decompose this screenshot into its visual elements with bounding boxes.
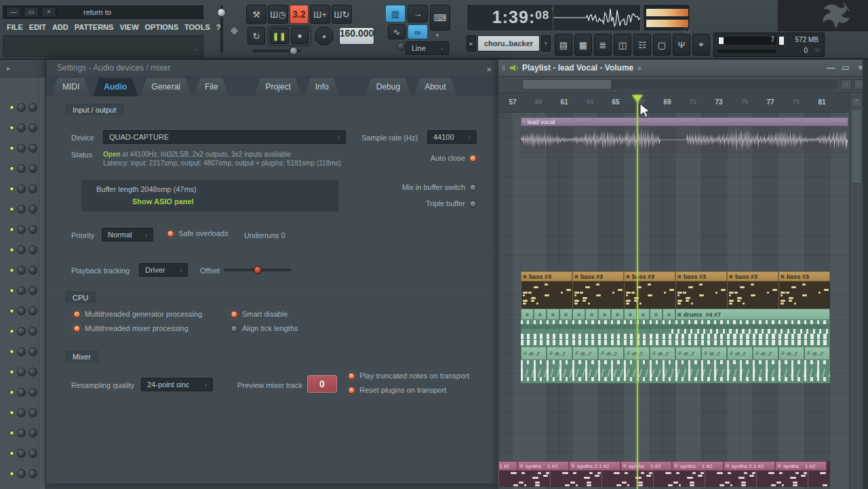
pattern-selector[interactable]: choru..backer	[477, 35, 540, 52]
offset-slider-knob[interactable]	[254, 266, 262, 274]
tab-debug[interactable]: Debug	[366, 78, 411, 96]
show-asio-link[interactable]: Show ASIO panel	[132, 197, 194, 206]
channel-row[interactable]	[0, 239, 41, 260]
mixer-option-1[interactable]: Reset plugins on transport	[348, 386, 446, 394]
wait-for-input-button[interactable]: Ш◷	[268, 5, 288, 24]
pattern-clip-drum[interactable]: ≣	[534, 309, 547, 320]
channel-row[interactable]	[0, 199, 41, 219]
scroll-up-button[interactable]: ⌃	[851, 97, 862, 107]
cpu-option-0[interactable]: Multithreaded generator processing	[73, 310, 202, 318]
resampling-dropdown[interactable]: 24-point sinc ›	[141, 378, 213, 391]
pattern-clip-drum[interactable]: ≣	[650, 309, 663, 320]
tab-audio[interactable]: Audio	[93, 78, 138, 96]
pattern-clip-dr2[interactable]: ≣dr..2	[778, 347, 804, 360]
channel-row[interactable]	[0, 341, 41, 361]
pattern-clip-bass[interactable]: ≣bass #3	[778, 271, 830, 281]
touch-controller-button[interactable]: ⌖	[692, 34, 710, 56]
auto-close-led[interactable]	[469, 155, 477, 162]
playlist-hscroll-thumb[interactable]	[523, 80, 611, 89]
pattern-clip-drum[interactable]: ≣	[611, 309, 624, 320]
channel-row[interactable]	[0, 382, 41, 402]
chevron-down-icon[interactable]: ▼	[435, 33, 440, 39]
menu-add[interactable]: ADD	[52, 23, 68, 31]
grip-icon[interactable]: ‖	[502, 64, 505, 72]
cpu-option-0-led[interactable]	[73, 311, 81, 318]
stop-button[interactable]: ■	[291, 28, 309, 44]
pattern-clip-drum[interactable]: ≣	[547, 309, 559, 320]
pattern-clip-dr2[interactable]: ≣dr..2	[521, 347, 547, 360]
channel-row[interactable]	[0, 402, 41, 423]
menu-patterns[interactable]: PATTERNS	[75, 23, 114, 31]
repeat-button[interactable]: ↻	[248, 27, 265, 45]
pattern-clip-dr2[interactable]: ≣dr..2	[598, 347, 624, 360]
device-dropdown[interactable]: QUAD-CAPTURE ›	[103, 130, 346, 144]
pattern-clip-drum[interactable]: ≣	[637, 309, 650, 320]
pattern-clip-dr2[interactable]: ≣dr..2	[804, 347, 830, 360]
pattern-clip-synth[interactable]: ≣synths 1 #2	[517, 461, 569, 471]
channel-row[interactable]	[0, 484, 41, 489]
pattern-clip-drum[interactable]: ≣	[572, 309, 585, 320]
pattern-clip-drum[interactable]: ≣	[598, 309, 611, 320]
channel-rack-header[interactable]: ▸	[0, 60, 46, 77]
plugin-power-button[interactable]: Ψ	[673, 34, 690, 56]
channel-rack-scrollbar[interactable]	[40, 77, 45, 489]
menu-file[interactable]: FILE	[7, 23, 23, 31]
mixer-option-0[interactable]: Play truncated notes on transport	[348, 372, 469, 380]
pattern-clip-dr2[interactable]: ≣dr..2	[675, 347, 701, 360]
mixer-option-1-led[interactable]	[348, 387, 355, 394]
channel-row[interactable]	[0, 178, 41, 199]
meter-options-icon[interactable]	[684, 27, 690, 33]
close-button[interactable]: ×	[41, 7, 56, 18]
triple-buffer-led[interactable]	[469, 200, 477, 208]
priority-dropdown[interactable]: Normal ›	[102, 228, 153, 241]
record-button[interactable]: ●	[315, 26, 334, 45]
channel-row[interactable]	[0, 300, 41, 321]
channel-row[interactable]	[0, 443, 41, 463]
snap-knob[interactable]	[397, 42, 406, 51]
sample-rate-dropdown[interactable]: 44100 ›	[427, 130, 477, 144]
auto-close-option[interactable]: Auto close	[372, 154, 477, 162]
safe-overloads-option[interactable]: Safe overloads	[167, 229, 228, 237]
channel-row[interactable]	[0, 97, 41, 117]
channel-row[interactable]	[0, 138, 41, 158]
tab-file[interactable]: File	[194, 78, 229, 96]
tab-project[interactable]: Project	[254, 78, 301, 96]
plugin-picker-button[interactable]: ▢	[653, 34, 671, 56]
pattern-clip-dr2[interactable]: ≣dr..2	[572, 347, 598, 360]
pattern-clip-bass[interactable]: ≣bass #3	[572, 271, 624, 281]
follow-playback-button[interactable]: →	[408, 5, 428, 22]
loop-record-button[interactable]: Ш↻	[332, 5, 352, 24]
pattern-clip-bass[interactable]: ≣bass #3	[624, 271, 675, 281]
pattern-prev-button[interactable]: ▸	[467, 35, 476, 52]
playlist-maximize[interactable]: ▭	[838, 63, 853, 73]
pattern-clip-drum[interactable]: ≣	[521, 309, 534, 320]
tab-info[interactable]: Info	[304, 78, 340, 96]
menu-tools[interactable]: TOOLS	[184, 23, 210, 31]
mixer-option-0-led[interactable]	[348, 372, 355, 380]
pattern-clip-synth[interactable]: ≣synths 1 #2	[775, 461, 827, 471]
pattern-clip-drum[interactable]: ≣	[585, 309, 598, 320]
snap-selector[interactable]: Line ›	[406, 41, 449, 55]
cpu-option-r1[interactable]: Align tick lengths	[231, 324, 298, 332]
pattern-clip-drum[interactable]: ≣	[559, 309, 572, 320]
preview-track-value[interactable]: 0	[307, 375, 337, 393]
channel-row[interactable]	[0, 361, 41, 382]
master-volume-knob[interactable]	[217, 8, 226, 17]
pattern-clip-dr2[interactable]: ≣dr..2	[701, 347, 727, 360]
pattern-clip-bass[interactable]: ≣bass #3	[675, 271, 727, 281]
pattern-clip-dr2[interactable]: ≣dr..2	[650, 347, 675, 360]
pattern-clip-dr2[interactable]: ≣dr..2	[753, 347, 778, 360]
channel-row[interactable]	[0, 423, 41, 443]
tab-general[interactable]: General	[140, 78, 191, 96]
drums-track-block[interactable]: ≣≣≣≣≣≣≣≣≣≣≣≣≣drums #4 #7 ≣dr..2≣dr..2≣dr…	[521, 309, 830, 383]
metronome-button[interactable]: ⚒	[246, 5, 267, 24]
piano-roll-button[interactable]: ≣	[594, 34, 612, 56]
channel-row[interactable]	[0, 158, 41, 178]
channel-row[interactable]	[0, 280, 41, 300]
mixer-panel-button[interactable]: ◫	[614, 34, 631, 56]
menu-options[interactable]: OPTIONS	[145, 23, 179, 31]
mix-in-buffer-option[interactable]: Mix in buffer switch	[331, 183, 477, 191]
pattern-clip-bass[interactable]: ≣bass #3	[727, 271, 778, 281]
playlist-title-bar[interactable]: ‖ Playlist - lead Vocal - Volume » — ▭ ×	[498, 60, 868, 77]
playback-tracking-dropdown[interactable]: Driver ›	[139, 263, 188, 277]
